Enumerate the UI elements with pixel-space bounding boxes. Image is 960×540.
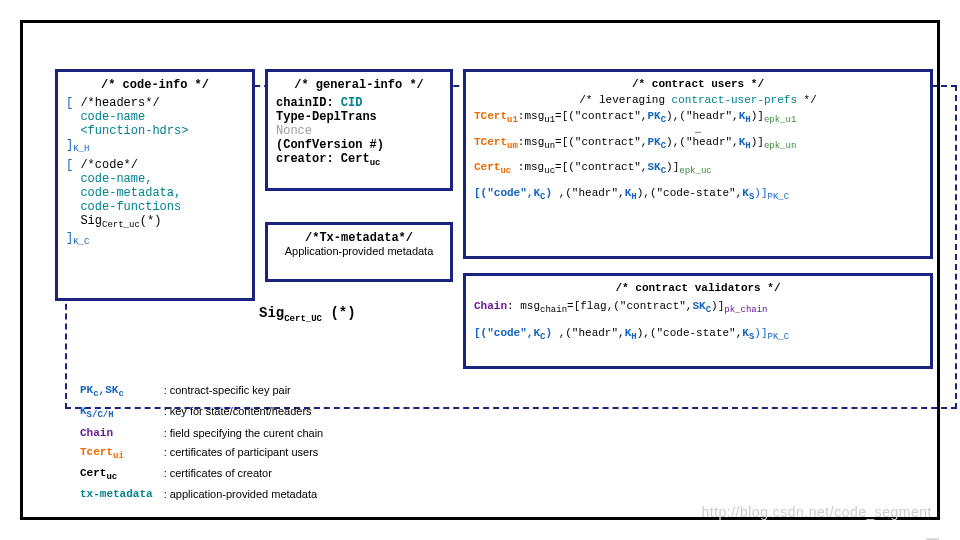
v2k: )] xyxy=(754,327,767,339)
users-row1: TCertu1:msgu1=[("contract",PKC),("headr"… xyxy=(474,110,922,125)
r1b: u1 xyxy=(507,115,518,125)
gi-line5: creator: Certuc xyxy=(276,152,442,168)
r3e: =[("contract", xyxy=(555,161,647,173)
sig-sub: Cert_UC xyxy=(284,314,322,324)
h-line1: code-name xyxy=(80,110,145,124)
r2d: un xyxy=(544,141,555,151)
legend-row: Chain: field specifying the curent chain xyxy=(79,425,331,442)
lk4b: ui xyxy=(113,451,124,461)
users-row3: Certuc :msguc=[("contract",SKC)]epk_uc xyxy=(474,161,922,176)
gi-l5c: uc xyxy=(370,158,381,168)
legend-row: Tcertui: certificates of participant use… xyxy=(79,444,331,463)
legend-row: tx-metadata: application-provided metada… xyxy=(79,486,331,503)
ld3: : field specifying the curent chain xyxy=(163,425,332,442)
r1d: u1 xyxy=(544,115,555,125)
ld5: : certificates of creator xyxy=(163,465,332,484)
validators-row1: Chain: msgchain=[flag,("contract",SKC)]p… xyxy=(474,300,922,315)
c-line4c: (*) xyxy=(140,214,162,228)
lk2b: S/C/H xyxy=(87,411,114,421)
sig-star: (*) xyxy=(322,305,356,321)
gi-l2: Type-DeplTrans xyxy=(276,110,377,124)
h-sub: K_H xyxy=(73,144,89,154)
v2i: K xyxy=(742,327,749,339)
validators-row2: [("code",KC) ,("headr",KH),("code-state"… xyxy=(474,327,922,342)
lk3: Chain xyxy=(80,427,113,439)
lk5b: uc xyxy=(106,472,117,482)
code-comment: /*code*/ xyxy=(73,158,138,172)
r2f: PK xyxy=(647,136,660,148)
users-title: /* contract users */ xyxy=(474,78,922,90)
r3i: epk_uc xyxy=(679,167,711,177)
gi-line3: Nonce xyxy=(276,124,442,138)
r2c: :msg xyxy=(518,136,544,148)
ld6: : application-provided metadata xyxy=(163,486,332,503)
v1e: SK xyxy=(692,300,705,312)
v1d: =[flag,("contract", xyxy=(567,300,692,312)
c-line4a: Sig xyxy=(80,214,102,228)
gi-l1b: CID xyxy=(341,96,363,110)
r1a: TCert xyxy=(474,110,507,122)
lk1a: PK xyxy=(80,384,93,396)
legend-table: PKc,SKc: contract-specific key pair KS/C… xyxy=(77,380,333,505)
users-row4: [("code",KC) ,("headr",KH),("code-state"… xyxy=(474,187,922,202)
gi-line4: (ConfVersion #) xyxy=(276,138,442,152)
gi-line1: chainID: CID xyxy=(276,96,442,110)
legend-row: Certuc: certificates of creator xyxy=(79,465,331,484)
v1c: chain xyxy=(540,305,567,315)
r1h: ),("headr", xyxy=(666,110,739,122)
r4i: K xyxy=(742,187,749,199)
r3h: )] xyxy=(666,161,679,173)
lk1d: c xyxy=(118,389,123,399)
r2l: epk_un xyxy=(764,141,796,151)
r2a: TCert xyxy=(474,136,507,148)
r4e: ,("headr", xyxy=(552,187,625,199)
gi-l4: (ConfVersion #) xyxy=(276,138,384,152)
contract-validators-box: /* contract validators */ Chain: msgchai… xyxy=(463,273,933,369)
r1k: )] xyxy=(751,110,764,122)
r1f: PK xyxy=(647,110,660,122)
txmeta-title: /*Tx-metadata*/ xyxy=(276,231,442,245)
v1h: pk_chain xyxy=(724,305,767,315)
r3f: SK xyxy=(647,161,660,173)
headers-block: [ /*headers*/ code-name <function-hdrs> … xyxy=(66,96,244,154)
code-block: [ /*code*/ code-name, code-metadata, cod… xyxy=(66,158,244,247)
r1e: =[("contract", xyxy=(555,110,647,122)
code-info-box: /* code-info */ [ /*headers*/ code-name … xyxy=(55,69,255,301)
ld1: : contract-specific key pair xyxy=(163,382,332,401)
r3a: Cert xyxy=(474,161,500,173)
v2e: ,("headr", xyxy=(552,327,625,339)
general-info-box: /* general-info */ chainID: CID Type-Dep… xyxy=(265,69,453,191)
r4l: PK_C xyxy=(768,192,790,202)
sig-label: SigCert_UC (*) xyxy=(253,305,362,324)
code-info-title: /* code-info */ xyxy=(66,78,244,92)
sub-b: contract-user-prefs xyxy=(672,94,797,106)
validators-title: /* contract validators */ xyxy=(474,282,922,294)
ibm-logo: IBM xyxy=(923,534,944,540)
txmeta-line: Application-provided metadata xyxy=(276,245,442,257)
r2e: =[("contract", xyxy=(555,136,647,148)
c-line4b: Cert_uc xyxy=(102,221,140,231)
v1a: Chain xyxy=(474,300,507,312)
legend-row: KS/C/H: key for state/content/headers xyxy=(79,403,331,422)
c-sub: K_C xyxy=(73,237,89,247)
v1b: : msg xyxy=(507,300,540,312)
lk1c: ,SK xyxy=(99,384,119,396)
legend: PKc,SKc: contract-specific key pair KS/C… xyxy=(77,380,333,505)
r4k: )] xyxy=(754,187,767,199)
r4a: [("code", xyxy=(474,187,533,199)
gi-line2: Type-DeplTrans xyxy=(276,110,442,124)
ld2: : key for state/content/headers xyxy=(163,403,332,422)
r2b: um xyxy=(507,141,518,151)
contract-users-box: /* contract users */ /* leveraging contr… xyxy=(463,69,933,259)
v2a: [("code", xyxy=(474,327,533,339)
tx-metadata-box: /*Tx-metadata*/ Application-provided met… xyxy=(265,222,453,282)
r2k: )] xyxy=(751,136,764,148)
lk2a: K xyxy=(80,405,87,417)
gi-l5b: Cert xyxy=(341,152,370,166)
sig-text: Sig xyxy=(259,305,284,321)
c-line2: code-metadata, xyxy=(80,186,181,200)
v1g: )] xyxy=(711,300,724,312)
ld4: : certificates of participant users xyxy=(163,444,332,463)
r1c: :msg xyxy=(518,110,544,122)
r3c: :msg xyxy=(511,161,544,173)
